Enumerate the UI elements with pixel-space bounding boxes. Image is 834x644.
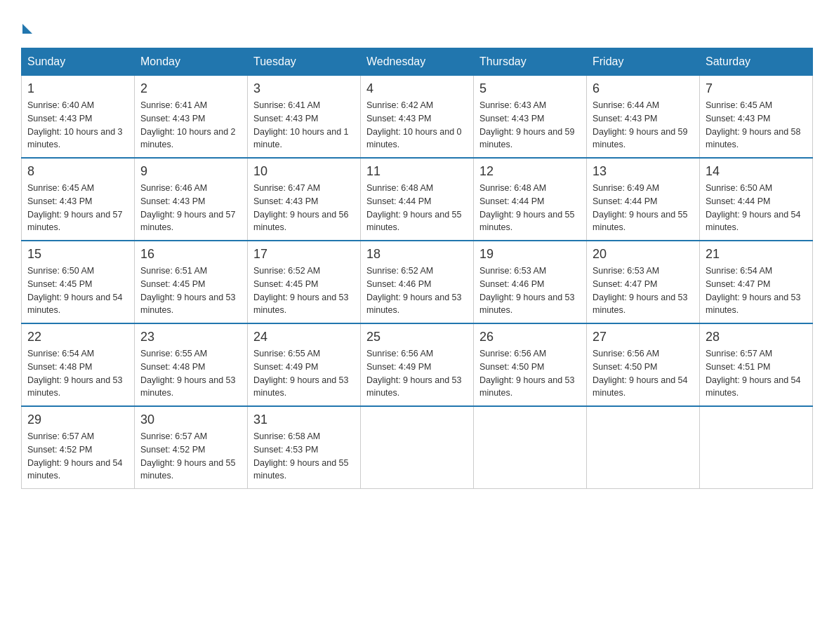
- day-number: 14: [706, 164, 807, 179]
- day-info: Sunrise: 6:56 AMSunset: 4:50 PMDaylight:…: [593, 347, 694, 400]
- day-info: Sunrise: 6:43 AMSunset: 4:43 PMDaylight:…: [479, 99, 581, 152]
- weekday-header-saturday: Saturday: [700, 48, 813, 76]
- calendar-cell: 15Sunrise: 6:50 AMSunset: 4:45 PMDayligh…: [22, 241, 135, 323]
- calendar-cell: 23Sunrise: 6:55 AMSunset: 4:48 PMDayligh…: [135, 323, 248, 406]
- day-info: Sunrise: 6:56 AMSunset: 4:50 PMDaylight:…: [479, 347, 581, 400]
- day-info: Sunrise: 6:49 AMSunset: 4:44 PMDaylight:…: [593, 182, 694, 234]
- calendar-cell: 6Sunrise: 6:44 AMSunset: 4:43 PMDaylight…: [587, 76, 700, 159]
- day-info: Sunrise: 6:44 AMSunset: 4:43 PMDaylight:…: [593, 99, 694, 152]
- day-info: Sunrise: 6:42 AMSunset: 4:43 PMDaylight:…: [366, 99, 468, 152]
- calendar-week-3: 15Sunrise: 6:50 AMSunset: 4:45 PMDayligh…: [22, 241, 813, 323]
- day-number: 2: [140, 81, 241, 96]
- day-number: 7: [706, 81, 807, 96]
- weekday-header-thursday: Thursday: [474, 48, 587, 76]
- day-info: Sunrise: 6:41 AMSunset: 4:43 PMDaylight:…: [140, 99, 241, 152]
- calendar-cell: 12Sunrise: 6:48 AMSunset: 4:44 PMDayligh…: [474, 158, 587, 241]
- weekday-header-row: SundayMondayTuesdayWednesdayThursdayFrid…: [22, 48, 813, 76]
- day-number: 21: [706, 247, 807, 262]
- calendar-cell: 24Sunrise: 6:55 AMSunset: 4:49 PMDayligh…: [248, 323, 361, 406]
- day-number: 9: [140, 164, 241, 179]
- day-info: Sunrise: 6:46 AMSunset: 4:43 PMDaylight:…: [140, 182, 241, 234]
- calendar-cell: [361, 406, 474, 489]
- day-number: 23: [140, 330, 241, 344]
- calendar-header: SundayMondayTuesdayWednesdayThursdayFrid…: [22, 48, 813, 76]
- day-number: 16: [140, 247, 241, 262]
- calendar-week-4: 22Sunrise: 6:54 AMSunset: 4:48 PMDayligh…: [22, 323, 813, 406]
- day-number: 24: [253, 330, 355, 344]
- day-number: 11: [366, 164, 468, 179]
- day-number: 18: [366, 247, 468, 262]
- calendar-cell: 9Sunrise: 6:46 AMSunset: 4:43 PMDaylight…: [135, 158, 248, 241]
- day-number: 10: [253, 164, 355, 179]
- calendar-cell: [474, 406, 587, 489]
- day-info: Sunrise: 6:48 AMSunset: 4:44 PMDaylight:…: [366, 182, 468, 234]
- calendar-week-2: 8Sunrise: 6:45 AMSunset: 4:43 PMDaylight…: [22, 158, 813, 241]
- calendar-cell: 30Sunrise: 6:57 AMSunset: 4:52 PMDayligh…: [135, 406, 248, 489]
- day-info: Sunrise: 6:57 AMSunset: 4:52 PMDaylight:…: [140, 430, 241, 483]
- calendar-cell: [700, 406, 813, 489]
- day-info: Sunrise: 6:50 AMSunset: 4:45 PMDaylight:…: [27, 264, 128, 317]
- day-number: 1: [27, 81, 128, 96]
- day-info: Sunrise: 6:53 AMSunset: 4:46 PMDaylight:…: [479, 264, 581, 317]
- day-info: Sunrise: 6:48 AMSunset: 4:44 PMDaylight:…: [479, 182, 581, 234]
- day-info: Sunrise: 6:54 AMSunset: 4:47 PMDaylight:…: [706, 264, 807, 317]
- day-number: 30: [140, 412, 241, 427]
- day-number: 12: [479, 164, 581, 179]
- calendar-cell: 27Sunrise: 6:56 AMSunset: 4:50 PMDayligh…: [587, 323, 700, 406]
- calendar-cell: 5Sunrise: 6:43 AMSunset: 4:43 PMDaylight…: [474, 76, 587, 159]
- calendar-cell: 29Sunrise: 6:57 AMSunset: 4:52 PMDayligh…: [22, 406, 135, 489]
- calendar-cell: 20Sunrise: 6:53 AMSunset: 4:47 PMDayligh…: [587, 241, 700, 323]
- weekday-header-friday: Friday: [587, 48, 700, 76]
- day-info: Sunrise: 6:41 AMSunset: 4:43 PMDaylight:…: [253, 99, 355, 152]
- day-info: Sunrise: 6:57 AMSunset: 4:51 PMDaylight:…: [706, 347, 807, 400]
- calendar-cell: 16Sunrise: 6:51 AMSunset: 4:45 PMDayligh…: [135, 241, 248, 323]
- day-number: 26: [479, 330, 581, 344]
- day-info: Sunrise: 6:55 AMSunset: 4:48 PMDaylight:…: [140, 347, 241, 400]
- weekday-header-monday: Monday: [135, 48, 248, 76]
- day-info: Sunrise: 6:52 AMSunset: 4:45 PMDaylight:…: [253, 264, 355, 317]
- calendar-cell: 31Sunrise: 6:58 AMSunset: 4:53 PMDayligh…: [248, 406, 361, 489]
- calendar-cell: 3Sunrise: 6:41 AMSunset: 4:43 PMDaylight…: [248, 76, 361, 159]
- day-number: 22: [27, 330, 128, 344]
- calendar-cell: 13Sunrise: 6:49 AMSunset: 4:44 PMDayligh…: [587, 158, 700, 241]
- calendar-cell: 21Sunrise: 6:54 AMSunset: 4:47 PMDayligh…: [700, 241, 813, 323]
- day-info: Sunrise: 6:50 AMSunset: 4:44 PMDaylight:…: [706, 182, 807, 234]
- day-info: Sunrise: 6:58 AMSunset: 4:53 PMDaylight:…: [253, 430, 355, 483]
- day-info: Sunrise: 6:52 AMSunset: 4:46 PMDaylight:…: [366, 264, 468, 317]
- calendar-week-1: 1Sunrise: 6:40 AMSunset: 4:43 PMDaylight…: [22, 76, 813, 159]
- calendar-body: 1Sunrise: 6:40 AMSunset: 4:43 PMDaylight…: [22, 76, 813, 489]
- calendar-cell: 26Sunrise: 6:56 AMSunset: 4:50 PMDayligh…: [474, 323, 587, 406]
- day-number: 31: [253, 412, 355, 427]
- day-number: 6: [593, 81, 694, 96]
- calendar-cell: 22Sunrise: 6:54 AMSunset: 4:48 PMDayligh…: [22, 323, 135, 406]
- day-info: Sunrise: 6:40 AMSunset: 4:43 PMDaylight:…: [27, 99, 128, 152]
- calendar-cell: 11Sunrise: 6:48 AMSunset: 4:44 PMDayligh…: [361, 158, 474, 241]
- day-info: Sunrise: 6:57 AMSunset: 4:52 PMDaylight:…: [27, 430, 128, 483]
- day-info: Sunrise: 6:53 AMSunset: 4:47 PMDaylight:…: [593, 264, 694, 317]
- day-number: 20: [593, 247, 694, 262]
- day-info: Sunrise: 6:51 AMSunset: 4:45 PMDaylight:…: [140, 264, 241, 317]
- calendar-cell: 10Sunrise: 6:47 AMSunset: 4:43 PMDayligh…: [248, 158, 361, 241]
- day-number: 17: [253, 247, 355, 262]
- calendar-cell: 2Sunrise: 6:41 AMSunset: 4:43 PMDaylight…: [135, 76, 248, 159]
- weekday-header-sunday: Sunday: [22, 48, 135, 76]
- calendar-cell: 17Sunrise: 6:52 AMSunset: 4:45 PMDayligh…: [248, 241, 361, 323]
- weekday-header-wednesday: Wednesday: [361, 48, 474, 76]
- calendar-cell: 7Sunrise: 6:45 AMSunset: 4:43 PMDaylight…: [700, 76, 813, 159]
- calendar-week-5: 29Sunrise: 6:57 AMSunset: 4:52 PMDayligh…: [22, 406, 813, 489]
- calendar-cell: 28Sunrise: 6:57 AMSunset: 4:51 PMDayligh…: [700, 323, 813, 406]
- day-number: 8: [27, 164, 128, 179]
- day-number: 27: [593, 330, 694, 344]
- calendar-cell: 18Sunrise: 6:52 AMSunset: 4:46 PMDayligh…: [361, 241, 474, 323]
- day-number: 28: [706, 330, 807, 344]
- day-info: Sunrise: 6:55 AMSunset: 4:49 PMDaylight:…: [253, 347, 355, 400]
- day-number: 3: [253, 81, 355, 96]
- logo: [21, 21, 32, 34]
- calendar-cell: 25Sunrise: 6:56 AMSunset: 4:49 PMDayligh…: [361, 323, 474, 406]
- day-info: Sunrise: 6:56 AMSunset: 4:49 PMDaylight:…: [366, 347, 468, 400]
- page-header: [21, 21, 813, 34]
- day-info: Sunrise: 6:45 AMSunset: 4:43 PMDaylight:…: [706, 99, 807, 152]
- day-number: 29: [27, 412, 128, 427]
- calendar-cell: [587, 406, 700, 489]
- day-info: Sunrise: 6:45 AMSunset: 4:43 PMDaylight:…: [27, 182, 128, 234]
